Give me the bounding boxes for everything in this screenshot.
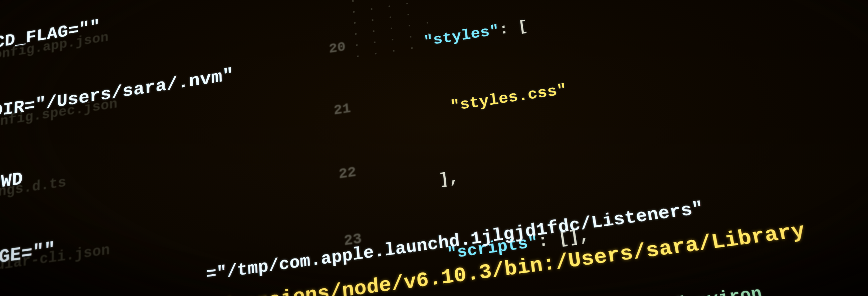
env-line: re -x OLDPWD bbox=[0, 55, 785, 210]
screenshot-stage: {} tsconfig.app.json {} tsconfig.spec.js… bbox=[0, 0, 868, 296]
perspective-wrapper: {} tsconfig.app.json {} tsconfig.spec.js… bbox=[0, 0, 868, 296]
